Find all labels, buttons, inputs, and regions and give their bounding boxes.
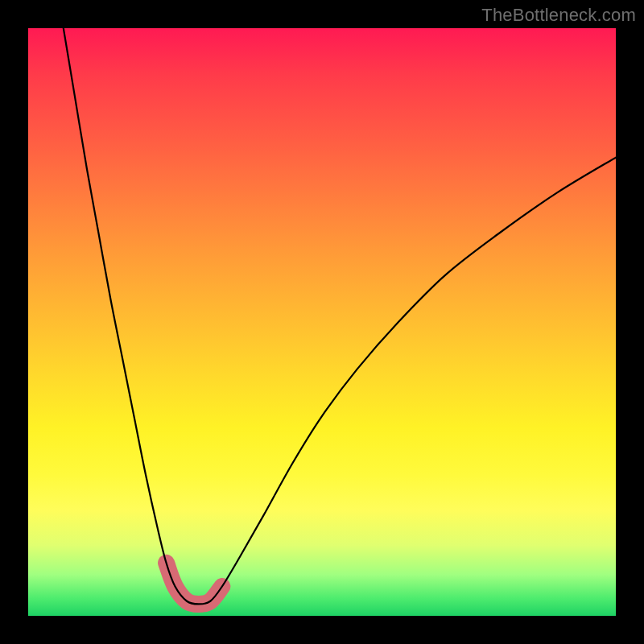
curve-svg — [28, 28, 616, 616]
bottleneck-curve-path — [64, 28, 616, 604]
chart-frame: TheBottleneck.com — [0, 0, 644, 644]
watermark-text: TheBottleneck.com — [481, 5, 636, 26]
plot-area — [28, 28, 616, 616]
